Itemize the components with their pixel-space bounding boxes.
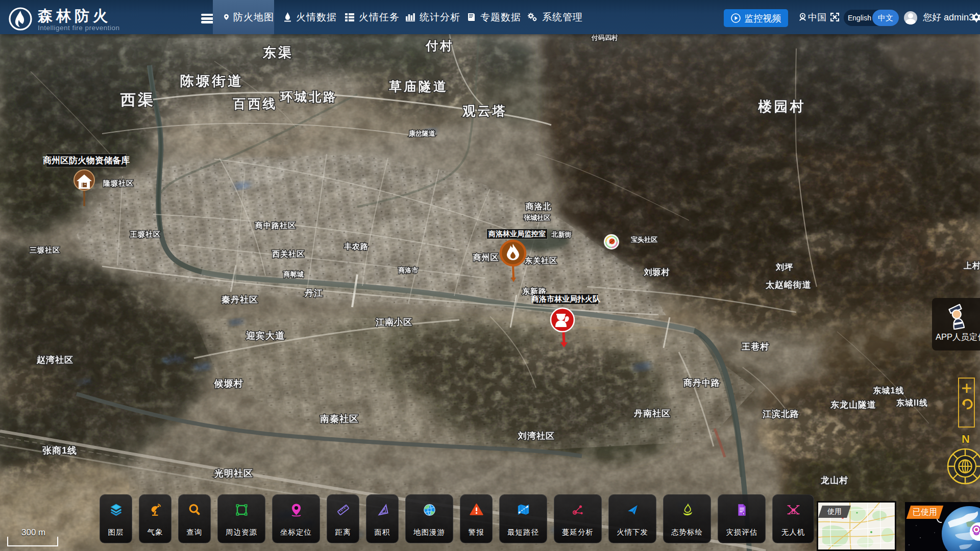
svg-text:楼园村: 楼园村 [758, 99, 806, 114]
svg-text:商中路社区: 商中路社区 [255, 221, 296, 230]
svg-text:江滨北路: 江滨北路 [762, 409, 799, 419]
svg-text:秦丹社区: 秦丹社区 [222, 295, 258, 305]
svg-text:光明社区: 光明社区 [214, 468, 253, 479]
svg-text:刘坪: 刘坪 [775, 263, 793, 271]
svg-text:东城1线: 东城1线 [873, 386, 904, 395]
svg-text:江南小区: 江南小区 [375, 317, 412, 327]
svg-text:东关社区: 东关社区 [524, 256, 557, 265]
svg-text:上村: 上村 [963, 261, 980, 270]
svg-text:赵湾社区: 赵湾社区 [36, 355, 74, 365]
svg-text:王巷村: 王巷村 [741, 342, 769, 352]
svg-text:三塬社区: 三塬社区 [30, 246, 60, 254]
svg-text:刘塬村: 刘塬村 [644, 267, 670, 277]
svg-text:商洛北: 商洛北 [526, 202, 552, 211]
svg-text:西渠: 西渠 [120, 91, 155, 108]
svg-text:陈塬街道: 陈塬街道 [180, 73, 243, 89]
svg-text:东城II线: 东城II线 [896, 398, 928, 407]
svg-text:草庙隧道: 草庙隧道 [389, 79, 448, 93]
svg-text:张商1线: 张商1线 [42, 445, 77, 456]
svg-text:康岔隧道: 康岔隧道 [408, 130, 435, 137]
svg-text:丹南社区: 丹南社区 [633, 409, 671, 418]
svg-text:N: N [962, 433, 970, 445]
svg-text:商郸城: 商郸城 [283, 270, 304, 278]
svg-text:宝头社区: 宝头社区 [631, 236, 657, 243]
svg-text:商丹中路: 商丹中路 [683, 378, 720, 388]
svg-text:商洛市: 商洛市 [398, 266, 419, 274]
svg-text:丹江: 丹江 [304, 288, 323, 298]
svg-text:龙山村: 龙山村 [820, 475, 848, 485]
svg-text:东渠: 东渠 [262, 45, 293, 60]
svg-text:百西线: 百西线 [233, 96, 278, 111]
svg-text:南秦社区: 南秦社区 [320, 414, 359, 424]
svg-text:太赵峪街道: 太赵峪街道 [765, 280, 812, 290]
svg-text:张城社区: 张城社区 [524, 214, 550, 221]
svg-text:环城北路: 环城北路 [280, 90, 337, 104]
svg-text:西关社区: 西关社区 [272, 249, 305, 258]
svg-text:候塬村: 候塬村 [214, 379, 243, 389]
svg-text:丰农路: 丰农路 [344, 242, 369, 251]
svg-text:王塬社区: 王塬社区 [130, 230, 161, 238]
svg-text:北新街: 北新街 [551, 231, 572, 238]
svg-text:刘湾社区: 刘湾社区 [518, 431, 555, 441]
svg-text:付村: 付村 [425, 39, 454, 53]
svg-text:商州区: 商州区 [473, 253, 499, 262]
svg-text:东龙山隧道: 东龙山隧道 [830, 400, 876, 410]
svg-text:付码四村: 付码四村 [591, 34, 618, 41]
svg-text:隆塬社区: 隆塬社区 [103, 179, 134, 187]
svg-text:迎宾大道: 迎宾大道 [246, 331, 285, 341]
svg-text:观云塔: 观云塔 [462, 104, 507, 118]
